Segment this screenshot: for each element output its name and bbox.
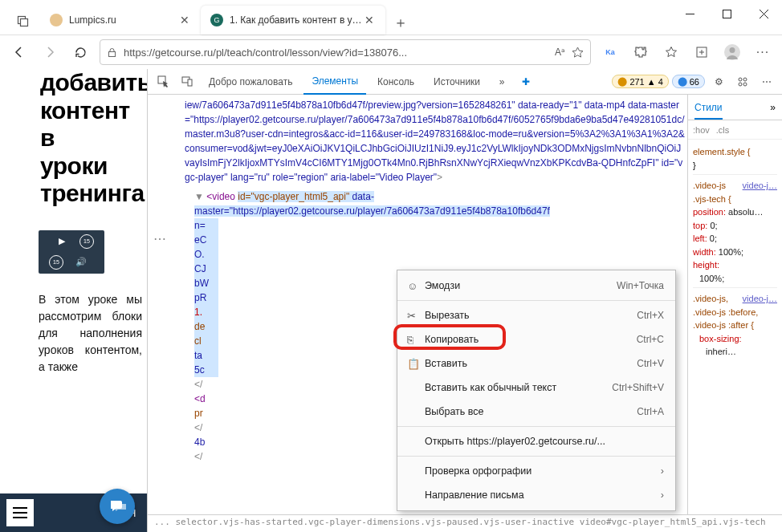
minimize-button[interactable] [671, 0, 708, 27]
new-tab-button[interactable]: ＋ [389, 10, 413, 35]
devtools-tab-elements[interactable]: Элементы [303, 69, 366, 95]
customize-icon[interactable] [732, 71, 753, 92]
page-content: добавить контент в уроки тренинга ▶ 15 1… [0, 69, 147, 532]
favicon-icon: G [210, 14, 223, 26]
svg-rect-14 [188, 79, 192, 86]
devtools-tab-welcome[interactable]: Добро пожаловать [201, 69, 300, 95]
code-line: iew/7a606473a7d911e5f4b878a10fb6d47f/pre… [185, 98, 686, 185]
favorite-icon[interactable] [572, 47, 584, 59]
devtools-header: Добро пожаловать Элементы Консоль Источн… [148, 69, 782, 95]
tab-label: Lumpics.ru [69, 14, 178, 26]
cm-spellcheck[interactable]: Проверка орфографии› [397, 459, 675, 483]
inspect-icon[interactable] [153, 71, 173, 92]
collections-button[interactable] [687, 38, 716, 67]
separator [397, 300, 675, 301]
ext-button-1[interactable]: Ka [596, 38, 625, 67]
more-tabs-icon[interactable]: » [491, 71, 512, 92]
tab-actions-button[interactable] [10, 7, 37, 35]
volume-icon: 🔊 [68, 254, 94, 270]
refresh-button[interactable] [66, 38, 95, 67]
maximize-button[interactable] [708, 0, 745, 27]
cm-direction[interactable]: Направление письма› [397, 483, 675, 507]
cm-select-all[interactable]: Выбрать всеCtrl+A [397, 400, 675, 424]
cm-paste[interactable]: 📋ВставитьCtrl+V [397, 351, 675, 376]
devtools-tab-console[interactable]: Консоль [369, 69, 422, 95]
svg-rect-3 [723, 10, 731, 18]
extensions-button[interactable] [626, 38, 655, 67]
cm-copy[interactable]: ⎘КопироватьCtrl+C [397, 327, 675, 351]
emoji-icon: ☺ [407, 280, 425, 292]
favorites-button[interactable] [657, 38, 686, 67]
styles-panel: Стили » :hov .cls element.style { } vide… [687, 95, 782, 514]
cut-icon: ✂ [407, 310, 425, 322]
play-icon: ▶ [49, 234, 75, 250]
svg-point-11 [730, 47, 735, 53]
devtools-tab-sources[interactable]: Источники [426, 69, 488, 95]
svg-rect-1 [21, 19, 28, 26]
reader-mode-button[interactable]: Aᵃ [555, 47, 565, 58]
tab-getcourse[interactable]: G 1. Как добавить контент в урок ✕ [201, 6, 385, 35]
settings-icon[interactable]: ⚙ [708, 71, 729, 92]
chevron-right-icon: › [661, 489, 664, 501]
chat-button[interactable] [100, 489, 135, 524]
page-title: добавить контент в уроки тренинга [0, 69, 147, 208]
paste-icon: 📋 [407, 358, 425, 370]
svg-point-16 [743, 78, 747, 81]
page-body: В этом уроке мы рассмотрим блоки для нап… [0, 274, 147, 376]
video-thumbnail[interactable]: ▶ 15 15 🔊 [39, 230, 104, 274]
styles-header: Стили » [688, 95, 782, 120]
hov-toggle[interactable]: :hov [693, 125, 710, 135]
close-icon[interactable]: ✕ [363, 14, 376, 26]
info-badge[interactable]: ⬤66 [672, 75, 705, 88]
close-button[interactable] [745, 0, 782, 27]
forward-15-icon: 15 [79, 234, 94, 249]
svg-point-18 [743, 83, 747, 86]
svg-rect-6 [109, 51, 116, 56]
code-line-video[interactable]: ▼ <video id="vgc-player_html5_api" data-… [185, 189, 686, 218]
lock-icon [107, 47, 117, 58]
svg-point-17 [739, 83, 742, 86]
warnings-badge[interactable]: ⬤271 ▲4 [612, 75, 668, 88]
close-icon[interactable]: ✕ [178, 14, 191, 26]
breadcrumb[interactable]: ... selector.vjs-has-started.vgc-player-… [148, 514, 782, 532]
favicon-icon [50, 14, 63, 26]
cm-open-url[interactable]: Открыть https://player02.getcourse.ru/..… [397, 429, 675, 453]
toolbar: https://getcourse.ru/pl/teach/control/le… [0, 35, 782, 69]
burger-button[interactable] [6, 499, 34, 526]
styles-filter: :hov .cls [688, 120, 782, 140]
context-menu: ☺ЭмодзиWin+Точка ✂ВырезатьCtrl+X ⎘Копиро… [397, 270, 676, 511]
styles-body[interactable]: element.style { } video-j… .video-js .vj… [688, 140, 782, 514]
chevron-right-icon: › [661, 465, 664, 477]
new-issue-icon[interactable]: ✚ [515, 71, 536, 92]
tab-label: 1. Как добавить контент в урок [230, 14, 363, 26]
back-15-icon: 15 [49, 255, 63, 270]
cm-cut[interactable]: ✂ВырезатьCtrl+X [397, 303, 675, 327]
separator [397, 426, 675, 427]
tab-lumpics[interactable]: Lumpics.ru ✕ [40, 6, 201, 35]
cm-paste-plain[interactable]: Вставить как обычный текстCtrl+Shift+V [397, 376, 675, 400]
profile-button[interactable] [718, 38, 747, 67]
copy-icon: ⎘ [407, 334, 425, 346]
tab-strip: Lumpics.ru ✕ G 1. Как добавить контент в… [0, 0, 671, 35]
back-button[interactable] [5, 38, 34, 67]
styles-more-icon[interactable]: » [770, 102, 776, 113]
forward-button[interactable] [35, 38, 64, 67]
url-text: https://getcourse.ru/pl/teach/control/le… [124, 47, 548, 59]
cls-toggle[interactable]: .cls [716, 125, 730, 135]
cm-emoji[interactable]: ☺ЭмодзиWin+Точка [397, 274, 675, 298]
device-icon[interactable] [177, 71, 198, 92]
titlebar: Lumpics.ru ✕ G 1. Как добавить контент в… [0, 0, 782, 35]
styles-tab[interactable]: Стили [694, 102, 723, 120]
menu-button[interactable]: ··· [748, 38, 777, 67]
devtools-menu-icon[interactable]: ⋯ [756, 71, 777, 92]
window-controls [671, 0, 782, 35]
svg-point-15 [739, 78, 742, 81]
separator [397, 456, 675, 457]
gutter: ⋯ [148, 95, 172, 514]
url-bar[interactable]: https://getcourse.ru/pl/teach/control/le… [100, 39, 591, 65]
